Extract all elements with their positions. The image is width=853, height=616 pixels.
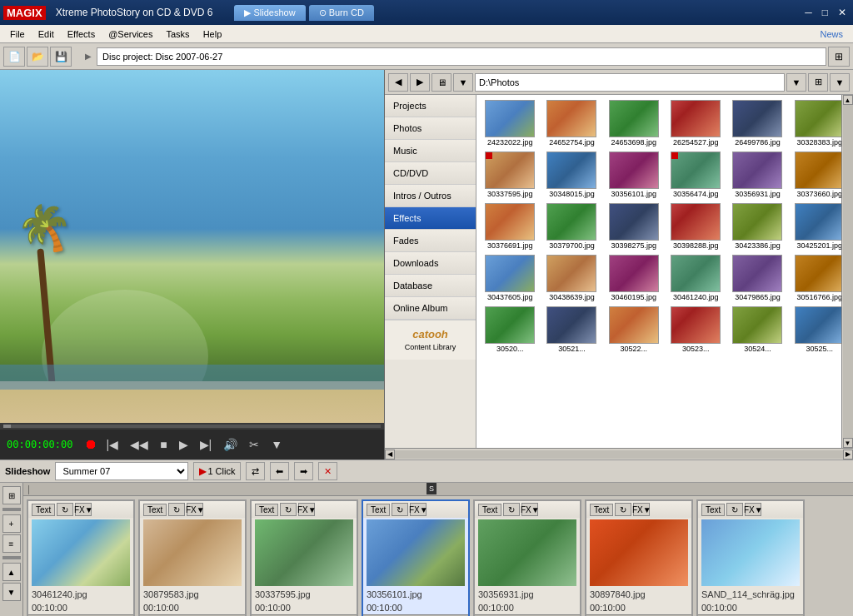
- list-item[interactable]: 26254527.jpg: [666, 98, 726, 148]
- progress-bar[interactable]: [3, 425, 381, 428]
- cat-projects[interactable]: Projects: [385, 95, 476, 117]
- slide-rotate-btn-3[interactable]: ↻: [280, 503, 297, 516]
- list-item[interactable]: 30356931.jpg: [727, 150, 787, 200]
- slide-item-selected[interactable]: Text ↻ FX▼ 30356101.jpg 00:10:00 A B: [362, 499, 470, 616]
- list-item[interactable]: 30523...: [666, 305, 726, 355]
- scene-view-btn[interactable]: ⊞: [2, 486, 21, 504]
- menu-effects[interactable]: Effects: [61, 27, 102, 41]
- list-item[interactable]: 24653698.jpg: [604, 98, 664, 148]
- slide-text-btn-2[interactable]: Text: [143, 504, 167, 516]
- list-item[interactable]: 30398275.jpg: [604, 201, 664, 251]
- forward-btn[interactable]: ▶: [410, 73, 430, 92]
- rewind-btn[interactable]: ◀◀: [127, 436, 152, 453]
- slide-text-btn-1[interactable]: Text: [32, 504, 55, 516]
- cat-music[interactable]: Music: [385, 140, 476, 162]
- cat-effects[interactable]: Effects: [385, 207, 476, 230]
- minimize-btn[interactable]: ─: [801, 7, 816, 18]
- cat-downloads[interactable]: Downloads: [385, 252, 476, 275]
- view-options-btn[interactable]: ▼: [830, 73, 850, 92]
- menu-help[interactable]: Help: [197, 27, 229, 41]
- open-btn[interactable]: 📂: [27, 47, 48, 67]
- slide-text-btn-3[interactable]: Text: [255, 504, 278, 516]
- menu-tasks[interactable]: Tasks: [160, 27, 197, 41]
- scissors-btn[interactable]: ✂: [246, 436, 262, 453]
- list-item[interactable]: 30376691.jpg: [480, 201, 540, 251]
- slide-item[interactable]: Text ↻ FX▼ 30879583.jpg 00:10:00 A B: [138, 499, 247, 616]
- disc-view-btn[interactable]: ⊞: [828, 47, 850, 67]
- cat-cddvd[interactable]: CD/DVD: [385, 162, 476, 185]
- list-item[interactable]: 30479865.jpg: [727, 253, 787, 303]
- list-item[interactable]: 30437605.jpg: [480, 253, 540, 303]
- play-btn[interactable]: ▶: [176, 436, 192, 453]
- slide-fx-btn-7[interactable]: FX▼: [745, 503, 761, 516]
- one-click-btn[interactable]: ▶ 1 Click: [193, 462, 241, 480]
- arrow-left-btn[interactable]: ⬅: [270, 462, 289, 480]
- catooh-box[interactable]: catooh Content Library: [385, 320, 476, 360]
- close-btn[interactable]: ✕: [835, 7, 850, 18]
- volume-btn[interactable]: 🔊: [220, 436, 241, 453]
- scrollbar-vertical[interactable]: ▲ ▼: [841, 95, 853, 448]
- record-btn[interactable]: ⏺: [84, 437, 97, 452]
- skip-start-btn[interactable]: |◀: [102, 436, 122, 453]
- scroll-down-btn[interactable]: ▼: [843, 438, 853, 448]
- slide-item[interactable]: Text ↻ FX▼ 30337595.jpg 00:10:00 A B ⚑: [250, 499, 358, 616]
- view-toggle-btn[interactable]: ⊞: [808, 73, 828, 92]
- save-btn[interactable]: 💾: [50, 47, 72, 67]
- list-item[interactable]: 30356474.jpg: [666, 150, 726, 200]
- list-item[interactable]: 30337595.jpg: [480, 150, 540, 200]
- path-input[interactable]: D:\Photos: [475, 73, 785, 92]
- scroll-up-btn[interactable]: ▲: [843, 95, 853, 105]
- slide-item[interactable]: Text ↻ FX▼ 30356931.jpg 00:10:00 A B: [473, 499, 581, 616]
- slide-text-btn-4[interactable]: Text: [367, 504, 390, 516]
- slide-text-btn-6[interactable]: Text: [590, 504, 613, 516]
- news-link[interactable]: News: [813, 27, 850, 41]
- timeline-scroll[interactable]: Text ↻ FX▼ 30461240.jpg 00:10:00 A B: [23, 496, 853, 616]
- list-item[interactable]: 30423386.jpg: [727, 201, 787, 251]
- list-item[interactable]: 30524...: [727, 305, 787, 355]
- list-item[interactable]: 30398288.jpg: [666, 201, 726, 251]
- slide-item[interactable]: Text ↻ FX▼ 30897840.jpg 00:10:00 A ≡ B: [585, 499, 693, 616]
- menu-services[interactable]: @Services: [102, 27, 159, 41]
- tab-slideshow[interactable]: ▶ Slideshow: [234, 5, 305, 21]
- list-item[interactable]: 30521...: [541, 305, 601, 355]
- timeline-view-btn[interactable]: ≡: [2, 534, 21, 553]
- slide-rotate-btn-4[interactable]: ↻: [392, 503, 408, 516]
- slide-fx-btn-2[interactable]: FX▼: [187, 503, 203, 516]
- scroll-left-btn[interactable]: ◀: [385, 450, 395, 460]
- list-item[interactable]: 30356101.jpg: [604, 150, 664, 200]
- slideshow-selector[interactable]: Summer 07: [55, 462, 188, 480]
- menu-edit[interactable]: Edit: [32, 27, 61, 41]
- slide-text-btn-5[interactable]: Text: [478, 504, 501, 516]
- list-item[interactable]: 30461240.jpg: [666, 253, 726, 303]
- slide-fx-btn-5[interactable]: FX▼: [521, 503, 538, 516]
- cat-fades[interactable]: Fades: [385, 230, 476, 252]
- slide-rotate-btn-1[interactable]: ↻: [57, 503, 73, 516]
- arrow-right-btn[interactable]: ➡: [294, 462, 313, 480]
- cat-intros[interactable]: Intros / Outros: [385, 185, 476, 207]
- list-item[interactable]: 30522...: [604, 305, 664, 355]
- list-item[interactable]: 30348015.jpg: [541, 150, 601, 200]
- menu-file[interactable]: File: [3, 27, 32, 41]
- browse-computer-btn[interactable]: 🖥: [431, 73, 451, 92]
- slide-fx-btn-3[interactable]: FX▼: [298, 503, 315, 516]
- list-item[interactable]: 30379700.jpg: [541, 201, 601, 251]
- list-item[interactable]: 26499786.jpg: [727, 98, 787, 148]
- slide-rotate-btn-5[interactable]: ↻: [503, 503, 520, 516]
- new-btn[interactable]: 📄: [3, 47, 25, 67]
- slide-fx-btn-1[interactable]: FX▼: [75, 503, 92, 516]
- list-item[interactable]: 30520...: [480, 305, 540, 355]
- cat-photos[interactable]: Photos: [385, 117, 476, 140]
- slide-fx-btn-4[interactable]: FX▼: [410, 503, 426, 516]
- slide-rotate-btn-7[interactable]: ↻: [726, 503, 743, 516]
- back-btn[interactable]: ◀: [388, 73, 408, 92]
- path-dropdown-btn[interactable]: ▼: [786, 73, 806, 92]
- zoom-in-btn[interactable]: +: [2, 514, 21, 533]
- scroll-right-btn[interactable]: ▶: [843, 450, 853, 460]
- list-item[interactable]: 24652754.jpg: [541, 98, 601, 148]
- slide-rotate-btn-6[interactable]: ↻: [615, 503, 631, 516]
- slide-item[interactable]: Text ↻ FX▼ SAND_114_schräg.jpg 00:10:00 …: [696, 499, 805, 616]
- side-scroll-up[interactable]: ▲: [2, 563, 21, 581]
- cat-online[interactable]: Online Album: [385, 297, 476, 320]
- delete-btn[interactable]: ✕: [318, 462, 337, 480]
- slide-fx-btn-6[interactable]: FX▼: [633, 503, 650, 516]
